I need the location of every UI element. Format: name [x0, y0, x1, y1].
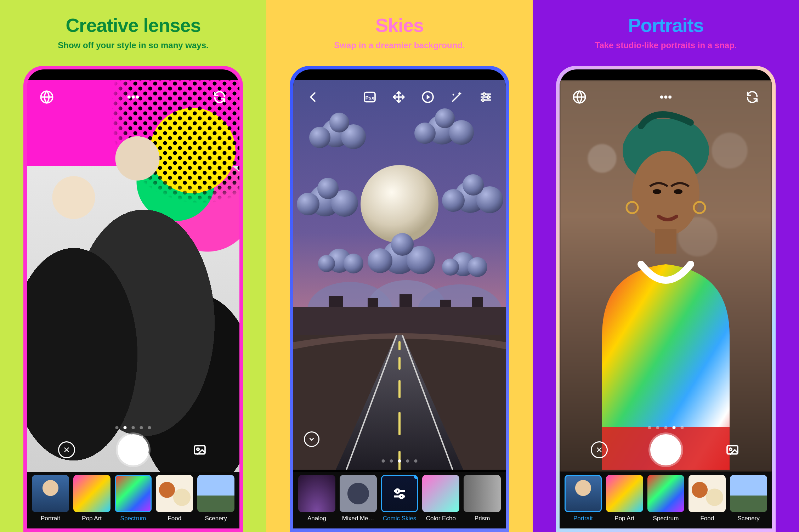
switch-camera-icon[interactable] — [212, 90, 227, 104]
filter-thumb — [340, 475, 377, 512]
svg-point-23 — [317, 178, 339, 199]
filter-chip-scenery[interactable]: Scenery — [730, 475, 767, 522]
svg-point-57 — [674, 189, 682, 194]
panel-subtitle: Show off your style in so many ways. — [58, 40, 208, 50]
svg-point-56 — [653, 189, 661, 194]
psx-icon[interactable]: Psx — [363, 90, 377, 104]
new-badge-icon — [414, 475, 418, 479]
svg-point-26 — [442, 189, 465, 212]
svg-point-36 — [468, 257, 487, 277]
panel-title: Creative lenses — [66, 14, 200, 36]
shutter-button[interactable] — [118, 434, 149, 465]
gallery-button[interactable] — [724, 443, 741, 457]
promo-panel-portraits: Portraits Take studio-like portraits in … — [533, 0, 799, 532]
filter-thumb — [606, 475, 643, 512]
svg-point-3 — [136, 96, 138, 98]
svg-point-49 — [482, 99, 484, 101]
filter-chip-popart[interactable]: Pop Art — [73, 475, 110, 522]
filter-label: Analog — [307, 515, 326, 522]
filter-chip-food[interactable]: Food — [688, 475, 726, 522]
filter-thumb — [381, 475, 418, 512]
svg-point-33 — [344, 254, 363, 273]
filter-chip-analog[interactable]: Analog — [298, 475, 335, 522]
camera-controls — [27, 434, 239, 465]
filter-tray: Portrait Pop Art Spectrum Food Scenery — [560, 472, 772, 528]
svg-rect-53 — [655, 229, 676, 254]
pager — [560, 422, 772, 429]
filter-chip-prism[interactable]: Prism — [464, 475, 501, 522]
filter-label: Spectrum — [120, 515, 146, 522]
gallery-button[interactable] — [191, 443, 208, 457]
svg-point-48 — [487, 96, 489, 98]
magic-wand-icon[interactable] — [450, 90, 464, 104]
shutter-button[interactable] — [650, 434, 681, 465]
promo-panel-skies: Skies Swap in a dreamier background. — [266, 0, 533, 532]
phone-screen: Portrait Pop Art Spectrum Food Scenery — [27, 69, 239, 528]
camera-controls — [560, 434, 772, 465]
filter-label: Color Echo — [426, 515, 456, 522]
promo-panel-creative-lenses: Creative lenses Show off your style in s… — [0, 0, 266, 532]
svg-point-5 — [197, 448, 199, 451]
panel-title: Portraits — [628, 14, 703, 36]
svg-point-62 — [669, 96, 671, 98]
filter-chip-mixed-media[interactable]: Mixed Me… — [340, 475, 377, 522]
svg-point-15 — [329, 113, 349, 132]
close-effect-button[interactable] — [591, 441, 608, 458]
phone-screen: Psx — [293, 69, 506, 528]
switch-camera-icon[interactable] — [745, 90, 759, 104]
close-effect-button[interactable] — [58, 441, 75, 458]
filter-label: Food — [168, 515, 181, 522]
back-icon[interactable] — [306, 90, 320, 104]
phone-notch — [364, 69, 435, 80]
svg-point-14 — [309, 127, 330, 148]
web-icon[interactable] — [572, 90, 586, 104]
filter-chip-comic-skies[interactable]: Comic Skies — [381, 475, 418, 522]
svg-point-64 — [730, 448, 732, 451]
move-icon[interactable] — [392, 90, 406, 104]
filter-thumb — [730, 475, 767, 512]
svg-point-31 — [391, 233, 414, 256]
filter-label: Pop Art — [82, 515, 102, 522]
filter-chip-color-echo[interactable]: Color Echo — [422, 475, 459, 522]
filter-chip-portrait[interactable]: Portrait — [32, 475, 69, 522]
web-icon[interactable] — [40, 90, 54, 104]
filter-label: Food — [700, 515, 714, 522]
filter-thumb — [647, 475, 685, 512]
filter-chip-spectrum[interactable]: Spectrum — [115, 475, 152, 522]
svg-point-52 — [632, 151, 699, 236]
filter-thumb — [422, 475, 459, 512]
svg-text:Psx: Psx — [365, 95, 374, 101]
filter-label: Spectrum — [653, 515, 679, 522]
filter-thumb — [298, 475, 335, 512]
filter-label: Portrait — [573, 515, 593, 522]
phone-notch — [98, 69, 169, 80]
more-icon[interactable] — [126, 90, 140, 104]
filter-chip-spectrum[interactable]: Spectrum — [647, 475, 685, 522]
filter-chip-portrait[interactable]: Portrait — [565, 475, 602, 522]
filter-label: Pop Art — [614, 515, 634, 522]
svg-point-30 — [368, 248, 392, 273]
adjust-sliders-icon[interactable] — [479, 90, 493, 104]
svg-point-27 — [463, 174, 484, 196]
pager — [27, 422, 239, 429]
phone-mockup: Portrait Pop Art Spectrum Food Scenery — [556, 66, 776, 532]
filter-chip-popart[interactable]: Pop Art — [606, 475, 643, 522]
phone-notch — [630, 69, 701, 80]
svg-point-19 — [435, 108, 455, 128]
filter-thumb — [156, 475, 193, 512]
phone-screen: Portrait Pop Art Spectrum Food Scenery — [560, 69, 772, 528]
filter-label: Prism — [475, 515, 490, 522]
filter-label: Portrait — [41, 515, 60, 522]
motion-icon[interactable] — [421, 90, 435, 104]
camera-viewport — [560, 80, 772, 472]
svg-point-2 — [132, 96, 134, 98]
collapse-button[interactable] — [304, 431, 319, 447]
more-icon[interactable] — [659, 90, 673, 104]
filter-label: Scenery — [205, 515, 227, 522]
filter-tray: Portrait Pop Art Spectrum Food Scenery — [27, 472, 239, 528]
filter-thumb — [464, 475, 501, 512]
filter-thumb — [115, 475, 152, 512]
filter-chip-scenery[interactable]: Scenery — [197, 475, 234, 522]
filter-chip-food[interactable]: Food — [156, 475, 193, 522]
svg-point-11 — [361, 165, 438, 243]
